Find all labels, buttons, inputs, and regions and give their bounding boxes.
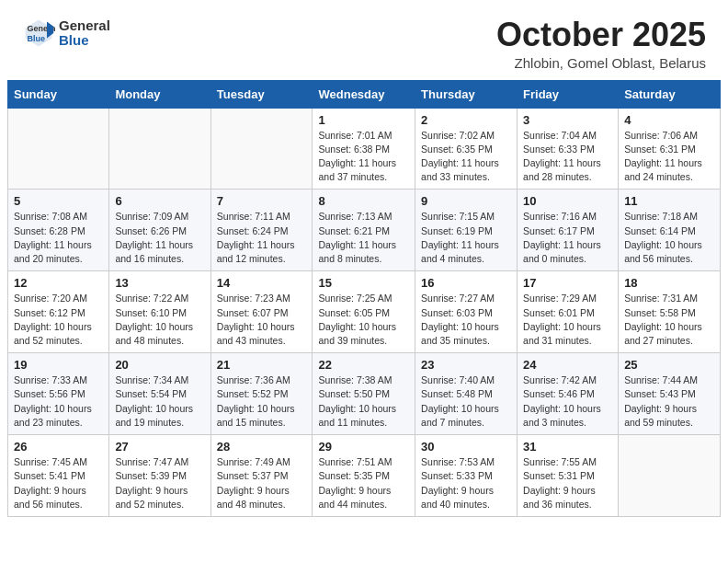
calendar-cell: 6Sunrise: 7:09 AM Sunset: 6:26 PM Daylig… [109,190,210,271]
day-info: Sunrise: 7:53 AM Sunset: 5:33 PM Dayligh… [421,455,511,511]
calendar-cell: 31Sunrise: 7:55 AM Sunset: 5:31 PM Dayli… [518,435,619,517]
day-info: Sunrise: 7:06 AM Sunset: 6:31 PM Dayligh… [624,129,714,185]
day-number: 1 [318,113,409,127]
day-info: Sunrise: 7:51 AM Sunset: 5:35 PM Dayligh… [318,455,409,511]
day-number: 20 [115,358,204,372]
day-info: Sunrise: 7:13 AM Sunset: 6:21 PM Dayligh… [318,210,409,266]
day-info: Sunrise: 7:42 AM Sunset: 5:46 PM Dayligh… [523,373,612,430]
calendar-week-1: 1Sunrise: 7:01 AM Sunset: 6:38 PM Daylig… [8,108,721,190]
calendar-cell: 26Sunrise: 7:45 AM Sunset: 5:41 PM Dayli… [8,435,109,517]
calendar-cell: 3Sunrise: 7:04 AM Sunset: 6:33 PM Daylig… [518,108,619,190]
weekday-header-saturday: Saturday [619,80,721,108]
weekday-header-friday: Friday [518,80,619,108]
day-number: 25 [624,358,714,372]
calendar-cell: 28Sunrise: 7:49 AM Sunset: 5:37 PM Dayli… [210,435,313,517]
day-info: Sunrise: 7:34 AM Sunset: 5:54 PM Dayligh… [115,373,204,430]
calendar-cell: 8Sunrise: 7:13 AM Sunset: 6:21 PM Daylig… [313,190,415,271]
calendar-cell: 7Sunrise: 7:11 AM Sunset: 6:24 PM Daylig… [210,190,313,271]
calendar-cell [109,108,210,190]
day-number: 6 [115,194,204,208]
weekday-header-sunday: Sunday [8,80,109,108]
title-block: October 2025 Zhlobin, Gomel Oblast, Bela… [496,17,706,71]
day-info: Sunrise: 7:20 AM Sunset: 6:12 PM Dayligh… [14,292,103,348]
day-number: 26 [14,440,103,454]
day-number: 8 [318,194,409,208]
calendar-cell [619,435,721,517]
day-info: Sunrise: 7:44 AM Sunset: 5:43 PM Dayligh… [624,373,714,430]
day-number: 11 [624,194,714,208]
day-number: 16 [421,276,511,290]
calendar-cell [8,108,109,190]
calendar-table: SundayMondayTuesdayWednesdayThursdayFrid… [7,80,721,517]
day-number: 28 [217,440,307,454]
day-number: 3 [523,113,612,127]
calendar-cell: 11Sunrise: 7:18 AM Sunset: 6:14 PM Dayli… [619,190,721,271]
day-info: Sunrise: 7:47 AM Sunset: 5:39 PM Dayligh… [115,455,204,511]
page-header: General Blue General Blue October 2025 Z… [0,0,728,80]
calendar-cell: 19Sunrise: 7:33 AM Sunset: 5:56 PM Dayli… [8,353,109,435]
day-number: 13 [115,276,204,290]
day-info: Sunrise: 7:11 AM Sunset: 6:24 PM Dayligh… [217,210,307,266]
calendar-cell: 18Sunrise: 7:31 AM Sunset: 5:58 PM Dayli… [619,271,721,353]
calendar-cell [210,108,313,190]
calendar-cell: 24Sunrise: 7:42 AM Sunset: 5:46 PM Dayli… [518,353,619,435]
day-info: Sunrise: 7:40 AM Sunset: 5:48 PM Dayligh… [421,373,511,430]
logo-general-text: General [59,18,110,34]
calendar-cell: 4Sunrise: 7:06 AM Sunset: 6:31 PM Daylig… [619,108,721,190]
day-number: 23 [421,358,511,372]
day-info: Sunrise: 7:38 AM Sunset: 5:50 PM Dayligh… [318,373,409,430]
day-info: Sunrise: 7:31 AM Sunset: 5:58 PM Dayligh… [624,292,714,348]
day-info: Sunrise: 7:27 AM Sunset: 6:03 PM Dayligh… [421,292,511,348]
calendar-cell: 30Sunrise: 7:53 AM Sunset: 5:33 PM Dayli… [415,435,518,517]
day-info: Sunrise: 7:25 AM Sunset: 6:05 PM Dayligh… [318,292,409,348]
day-info: Sunrise: 7:15 AM Sunset: 6:19 PM Dayligh… [421,210,511,266]
day-number: 7 [217,194,307,208]
weekday-header-tuesday: Tuesday [210,80,313,108]
calendar-week-4: 19Sunrise: 7:33 AM Sunset: 5:56 PM Dayli… [8,353,721,435]
day-number: 31 [523,440,612,454]
day-number: 5 [14,194,103,208]
calendar-cell: 17Sunrise: 7:29 AM Sunset: 6:01 PM Dayli… [518,271,619,353]
location-text: Zhlobin, Gomel Oblast, Belarus [496,55,706,71]
day-info: Sunrise: 7:18 AM Sunset: 6:14 PM Dayligh… [624,210,714,266]
calendar-cell: 16Sunrise: 7:27 AM Sunset: 6:03 PM Dayli… [415,271,518,353]
day-number: 4 [624,113,714,127]
calendar-header: SundayMondayTuesdayWednesdayThursdayFrid… [8,80,721,108]
day-number: 22 [318,358,409,372]
calendar-cell: 23Sunrise: 7:40 AM Sunset: 5:48 PM Dayli… [415,353,518,435]
calendar-cell: 22Sunrise: 7:38 AM Sunset: 5:50 PM Dayli… [313,353,415,435]
day-number: 30 [421,440,511,454]
day-info: Sunrise: 7:16 AM Sunset: 6:17 PM Dayligh… [523,210,612,266]
day-info: Sunrise: 7:29 AM Sunset: 6:01 PM Dayligh… [523,292,612,348]
day-info: Sunrise: 7:36 AM Sunset: 5:52 PM Dayligh… [217,373,307,430]
day-number: 18 [624,276,714,290]
weekday-header-row: SundayMondayTuesdayWednesdayThursdayFrid… [8,80,721,108]
day-number: 12 [14,276,103,290]
day-number: 21 [217,358,307,372]
day-info: Sunrise: 7:45 AM Sunset: 5:41 PM Dayligh… [14,455,103,511]
day-number: 17 [523,276,612,290]
calendar-cell: 12Sunrise: 7:20 AM Sunset: 6:12 PM Dayli… [8,271,109,353]
day-number: 9 [421,194,511,208]
day-number: 29 [318,440,409,454]
calendar-cell: 10Sunrise: 7:16 AM Sunset: 6:17 PM Dayli… [518,190,619,271]
day-number: 2 [421,113,511,127]
calendar-cell: 20Sunrise: 7:34 AM Sunset: 5:54 PM Dayli… [109,353,210,435]
day-info: Sunrise: 7:01 AM Sunset: 6:38 PM Dayligh… [318,129,409,185]
day-info: Sunrise: 7:33 AM Sunset: 5:56 PM Dayligh… [14,373,103,430]
calendar-cell: 21Sunrise: 7:36 AM Sunset: 5:52 PM Dayli… [210,353,313,435]
svg-text:Blue: Blue [27,34,45,43]
calendar-week-3: 12Sunrise: 7:20 AM Sunset: 6:12 PM Dayli… [8,271,721,353]
weekday-header-thursday: Thursday [415,80,518,108]
day-number: 15 [318,276,409,290]
calendar-cell: 27Sunrise: 7:47 AM Sunset: 5:39 PM Dayli… [109,435,210,517]
day-number: 24 [523,358,612,372]
day-number: 27 [115,440,204,454]
weekday-header-monday: Monday [109,80,210,108]
calendar-week-5: 26Sunrise: 7:45 AM Sunset: 5:41 PM Dayli… [8,435,721,517]
logo-blue-text: Blue [59,33,110,49]
calendar-cell: 5Sunrise: 7:08 AM Sunset: 6:28 PM Daylig… [8,190,109,271]
calendar-week-2: 5Sunrise: 7:08 AM Sunset: 6:28 PM Daylig… [8,190,721,271]
day-info: Sunrise: 7:04 AM Sunset: 6:33 PM Dayligh… [523,129,612,185]
day-info: Sunrise: 7:55 AM Sunset: 5:31 PM Dayligh… [523,455,612,511]
